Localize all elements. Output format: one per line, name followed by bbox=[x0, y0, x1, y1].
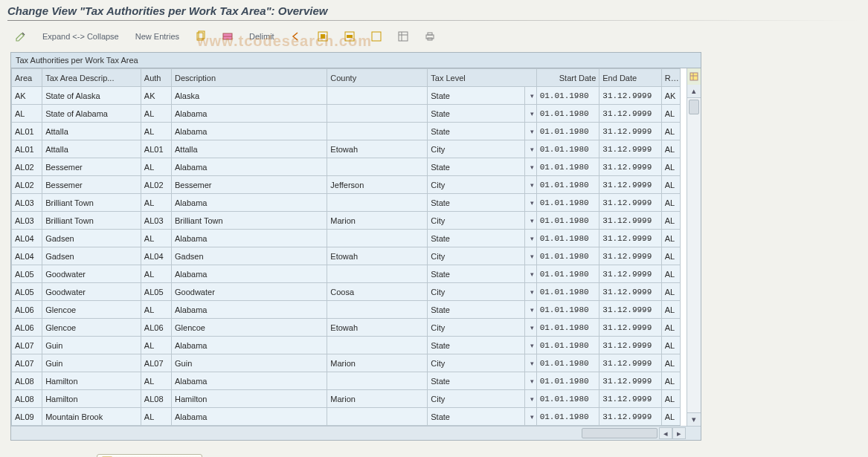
cell-auth-desc[interactable]: Glencoe bbox=[172, 319, 327, 337]
tax-level-dropdown-button[interactable]: ▾ bbox=[524, 265, 536, 283]
cell-area[interactable]: AL bbox=[12, 105, 42, 123]
cell-county[interactable]: Marion bbox=[327, 390, 428, 408]
table-row[interactable]: AL08HamiltonALAlabamaState▾01.01.198031.… bbox=[12, 372, 681, 390]
cell-r[interactable]: AL bbox=[661, 212, 680, 230]
cell-end-date[interactable]: 31.12.9999 bbox=[599, 140, 661, 158]
cell-auth-desc[interactable]: Alabama bbox=[172, 337, 327, 354]
cell-end-date[interactable]: 31.12.9999 bbox=[599, 265, 661, 283]
cell-end-date[interactable]: 31.12.9999 bbox=[599, 105, 661, 123]
cell-area-desc[interactable]: Goodwater bbox=[42, 283, 141, 301]
cell-auth-desc[interactable]: Alabama bbox=[172, 230, 327, 247]
cell-county[interactable]: Marion bbox=[327, 212, 428, 230]
cell-auth-desc[interactable]: Attalla bbox=[172, 140, 327, 158]
cell-end-date[interactable]: 31.12.9999 bbox=[599, 194, 661, 212]
table-settings-button[interactable] bbox=[393, 29, 414, 44]
table-row[interactable]: AL01AttallaAL01AttallaEtowahCity▾01.01.1… bbox=[12, 140, 681, 158]
display-change-toggle-button[interactable] bbox=[10, 29, 31, 44]
cell-area-desc[interactable]: Goodwater bbox=[42, 265, 141, 283]
undo-change-button[interactable] bbox=[286, 29, 306, 44]
cell-auth[interactable]: AL02 bbox=[141, 176, 171, 194]
cell-tax-level[interactable]: State bbox=[428, 158, 524, 176]
cell-tax-level[interactable]: State bbox=[428, 123, 524, 140]
cell-county[interactable] bbox=[327, 87, 428, 105]
cell-r[interactable]: AL bbox=[661, 176, 680, 194]
cell-end-date[interactable]: 31.12.9999 bbox=[599, 390, 661, 408]
cell-tax-level[interactable]: State bbox=[428, 230, 524, 247]
cell-r[interactable]: AL bbox=[661, 140, 680, 158]
cell-county[interactable] bbox=[327, 337, 428, 354]
table-row[interactable]: AL06GlencoeALAlabamaState▾01.01.198031.1… bbox=[12, 301, 681, 319]
position-button[interactable]: Position... bbox=[97, 454, 202, 457]
table-row[interactable]: AL05GoodwaterALAlabamaState▾01.01.198031… bbox=[12, 265, 681, 283]
cell-start-date[interactable]: 01.01.1980 bbox=[536, 87, 599, 105]
cell-auth[interactable]: AL bbox=[141, 337, 171, 354]
cell-auth-desc[interactable]: Alabama bbox=[172, 123, 327, 140]
deselect-all-button[interactable] bbox=[366, 29, 387, 44]
cell-area-desc[interactable]: Hamilton bbox=[42, 372, 141, 390]
cell-start-date[interactable]: 01.01.1980 bbox=[536, 247, 599, 265]
cell-area[interactable]: AL03 bbox=[12, 212, 42, 230]
cell-auth-desc[interactable]: Brilliant Town bbox=[172, 212, 327, 230]
cell-area-desc[interactable]: Brilliant Town bbox=[42, 212, 141, 230]
cell-start-date[interactable]: 01.01.1980 bbox=[536, 140, 599, 158]
cell-area-desc[interactable]: Attalla bbox=[42, 140, 141, 158]
cell-r[interactable]: AL bbox=[661, 283, 680, 301]
cell-start-date[interactable]: 01.01.1980 bbox=[536, 337, 599, 354]
cell-start-date[interactable]: 01.01.1980 bbox=[536, 408, 599, 426]
tax-level-dropdown-button[interactable]: ▾ bbox=[524, 408, 536, 426]
cell-r[interactable]: AL bbox=[661, 301, 680, 319]
col-tax-level[interactable]: Tax Level bbox=[428, 69, 536, 87]
cell-area-desc[interactable]: Bessemer bbox=[42, 158, 141, 176]
vertical-scrollbar[interactable]: ▴ ▾ bbox=[687, 85, 701, 426]
cell-county[interactable]: Etowah bbox=[327, 319, 428, 337]
cell-area[interactable]: AL08 bbox=[12, 372, 42, 390]
tax-level-dropdown-button[interactable]: ▾ bbox=[524, 301, 536, 319]
cell-tax-level[interactable]: State bbox=[428, 105, 524, 123]
cell-auth[interactable]: AL06 bbox=[141, 319, 171, 337]
cell-start-date[interactable]: 01.01.1980 bbox=[536, 301, 599, 319]
cell-county[interactable] bbox=[327, 105, 428, 123]
cell-end-date[interactable]: 31.12.9999 bbox=[599, 230, 661, 247]
cell-auth[interactable]: AL bbox=[141, 265, 171, 283]
cell-area-desc[interactable]: Brilliant Town bbox=[42, 194, 141, 212]
cell-r[interactable]: AL bbox=[661, 194, 680, 212]
print-button[interactable] bbox=[419, 29, 440, 44]
cell-end-date[interactable]: 31.12.9999 bbox=[599, 247, 661, 265]
cell-r[interactable]: AL bbox=[661, 123, 680, 140]
cell-county[interactable] bbox=[327, 372, 428, 390]
table-row[interactable]: AL02BessemerALAlabamaState▾01.01.198031.… bbox=[12, 158, 681, 176]
cell-auth-desc[interactable]: Guin bbox=[172, 354, 327, 372]
cell-area-desc[interactable]: Hamilton bbox=[42, 390, 141, 408]
cell-area[interactable]: AL01 bbox=[12, 123, 42, 140]
cell-county[interactable]: Etowah bbox=[327, 247, 428, 265]
cell-auth[interactable]: AK bbox=[141, 87, 171, 105]
col-area[interactable]: Area bbox=[12, 69, 42, 87]
table-row[interactable]: ALState of AlabamaALAlabamaState▾01.01.1… bbox=[12, 105, 681, 123]
cell-area[interactable]: AL01 bbox=[12, 140, 42, 158]
cell-auth-desc[interactable]: Hamilton bbox=[172, 390, 327, 408]
cell-area-desc[interactable]: Glencoe bbox=[42, 319, 141, 337]
hscroll-thumb[interactable] bbox=[582, 428, 658, 438]
cell-county[interactable] bbox=[327, 265, 428, 283]
cell-auth[interactable]: AL04 bbox=[141, 247, 171, 265]
cell-end-date[interactable]: 31.12.9999 bbox=[599, 283, 661, 301]
table-row[interactable]: AL05GoodwaterAL05GoodwaterCoosaCity▾01.0… bbox=[12, 283, 681, 301]
scroll-down-button[interactable]: ▾ bbox=[687, 412, 701, 426]
cell-auth-desc[interactable]: Alabama bbox=[172, 372, 327, 390]
cell-tax-level[interactable]: State bbox=[428, 301, 524, 319]
cell-area-desc[interactable]: Glencoe bbox=[42, 301, 141, 319]
cell-start-date[interactable]: 01.01.1980 bbox=[536, 372, 599, 390]
cell-r[interactable]: AL bbox=[661, 337, 680, 354]
cell-county[interactable] bbox=[327, 123, 428, 140]
cell-start-date[interactable]: 01.01.1980 bbox=[536, 354, 599, 372]
tax-level-dropdown-button[interactable]: ▾ bbox=[524, 283, 536, 301]
cell-end-date[interactable]: 31.12.9999 bbox=[599, 87, 661, 105]
cell-end-date[interactable]: 31.12.9999 bbox=[599, 176, 661, 194]
cell-auth[interactable]: AL bbox=[141, 194, 171, 212]
cell-area-desc[interactable]: State of Alabama bbox=[42, 105, 141, 123]
scroll-thumb[interactable] bbox=[689, 100, 699, 114]
table-row[interactable]: AL09Mountain BrookALAlabamaState▾01.01.1… bbox=[12, 408, 681, 426]
hscroll-right-button[interactable]: ▸ bbox=[672, 427, 686, 439]
cell-tax-level[interactable]: State bbox=[428, 87, 524, 105]
cell-county[interactable] bbox=[327, 194, 428, 212]
